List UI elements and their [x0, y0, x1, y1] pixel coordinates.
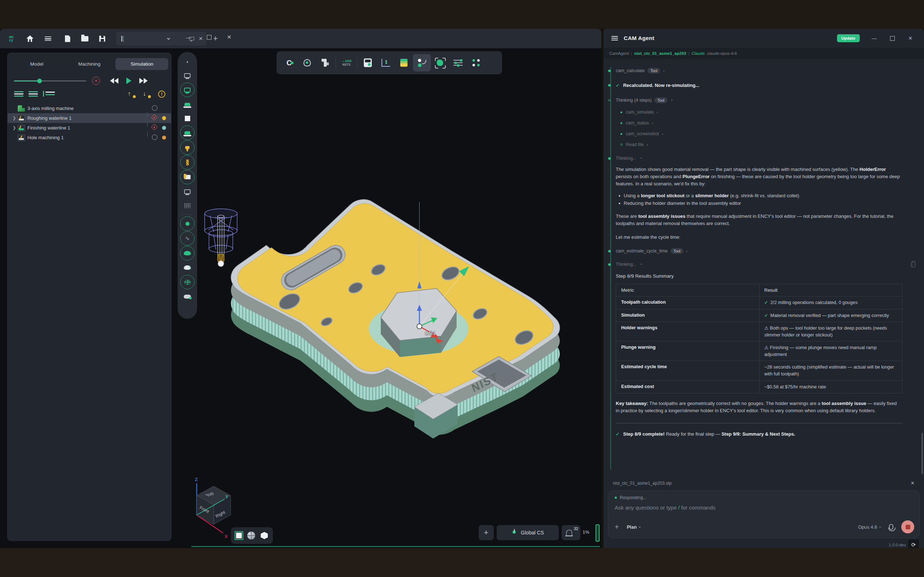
orbit-view-button[interactable]: [247, 532, 255, 540]
home-button[interactable]: [24, 32, 36, 45]
expand-chevron[interactable]: [13, 116, 18, 121]
model-selector[interactable]: Opus 4.6: [858, 524, 882, 530]
cs-selector[interactable]: Global CS: [497, 525, 559, 540]
menu-button[interactable]: [42, 32, 54, 45]
cutting-tool[interactable]: [205, 209, 237, 266]
tab-model[interactable]: Model: [10, 58, 63, 70]
iso-view-button[interactable]: [261, 532, 268, 539]
warnings-button[interactable]: !: [158, 90, 165, 98]
chat-input[interactable]: Ask any questions or type / for commands: [615, 504, 913, 511]
new-file-button[interactable]: [61, 32, 74, 45]
substep-cam-simulate[interactable]: cam_simulate: [626, 110, 902, 115]
open-file-button[interactable]: [79, 32, 91, 45]
tool-event-estimate[interactable]: cam_estimate_cycle_time Tool: [616, 248, 902, 254]
step-up-button[interactable]: ↑: [128, 90, 135, 98]
substep-read-file[interactable]: Read file: [626, 142, 902, 147]
thinking-toggle-2[interactable]: Thinking...: [616, 262, 902, 267]
show-stock-button[interactable]: [180, 97, 195, 111]
substep-cam-screenshot[interactable]: cam_screenshot: [626, 131, 902, 136]
measure-button[interactable]: [316, 54, 334, 71]
show-toolpath-button[interactable]: [180, 231, 195, 246]
maximize-button[interactable]: [204, 32, 214, 42]
tool-event-cam-calculate[interactable]: cam_calculate Tool: [616, 68, 902, 74]
chat-composer[interactable]: Responding... Ask any questions or type …: [608, 490, 920, 538]
toolpath-list-icon-1[interactable]: [14, 91, 23, 97]
update-button[interactable]: Update: [837, 34, 860, 42]
refresh-icon[interactable]: [908, 540, 919, 548]
mode-selector[interactable]: Plan: [627, 524, 641, 530]
show-surface2-button[interactable]: [180, 261, 195, 274]
chat-scrollbar[interactable]: [921, 433, 923, 474]
attachment-remove-icon[interactable]: [911, 480, 914, 486]
show-mesh-button[interactable]: [180, 199, 195, 213]
show-stock-active-button[interactable]: [180, 126, 195, 140]
simulation-mode-button[interactable]: [413, 54, 431, 71]
substep-cam-status[interactable]: cam_status: [626, 121, 902, 126]
state-ring[interactable]: [152, 134, 158, 141]
stop-simulation-button[interactable]: [92, 77, 100, 85]
tab-machining[interactable]: Machining: [63, 58, 116, 70]
probe-button[interactable]: [298, 54, 316, 71]
show-fixture-button[interactable]: [180, 170, 195, 184]
tree-row-hole[interactable]: Hole machining 1: [8, 133, 171, 142]
show-tool-button[interactable]: [180, 155, 195, 169]
toolpath-list-icon-3[interactable]: [43, 91, 52, 97]
agent-minimize-button[interactable]: [870, 35, 879, 41]
fit-view-button[interactable]: [236, 533, 242, 538]
show-shaded-button[interactable]: [180, 290, 195, 303]
notifications-button[interactable]: 32: [562, 525, 580, 540]
state-ring[interactable]: [152, 105, 158, 112]
show-machine-active-button[interactable]: [180, 82, 195, 97]
calculator-button[interactable]: [359, 54, 377, 71]
thinking-steps-toggle[interactable]: Thinking (4 steps) Tool: [616, 97, 902, 103]
tab-simulation[interactable]: Simulation: [115, 58, 168, 70]
show-wireframe-button[interactable]: [180, 275, 195, 289]
show-surface-button[interactable]: [180, 246, 195, 260]
play-button[interactable]: [126, 77, 131, 84]
tree-row-finishing[interactable]: Finishing waterline 1: [8, 123, 171, 133]
view-cube[interactable]: Z X Y Top Front Right: [195, 477, 231, 539]
window-dropdown-button[interactable]: [164, 32, 173, 42]
state-target[interactable]: [152, 115, 158, 121]
machined-part[interactable]: NIST: [231, 200, 560, 438]
copy-icon[interactable]: [911, 262, 915, 267]
show-points-button[interactable]: [180, 216, 195, 231]
agent-maximize-button[interactable]: [888, 36, 897, 41]
fast-forward-button[interactable]: [139, 78, 148, 84]
step-down-button[interactable]: ↓: [143, 90, 150, 98]
more-tools-button[interactable]: [467, 54, 485, 71]
simulation-progress-slider[interactable]: [14, 81, 86, 82]
minimize-button[interactable]: [184, 32, 194, 42]
stop-generation-button[interactable]: [901, 521, 914, 533]
tree-label: 3-axis milling machine: [27, 106, 74, 111]
scroll-up-button[interactable]: [180, 55, 195, 68]
add-cs-button[interactable]: [478, 525, 494, 540]
toolpath-list-icon-2[interactable]: [29, 91, 38, 97]
state-target[interactable]: [152, 125, 158, 131]
mic-button[interactable]: [889, 524, 893, 530]
show-part-button[interactable]: [180, 111, 195, 125]
rewind-button[interactable]: [110, 78, 118, 84]
app-logo[interactable]: ency: [5, 32, 17, 45]
agent-close-button[interactable]: [906, 35, 914, 41]
analysis-button[interactable]: [377, 54, 395, 71]
agent-menu-icon[interactable]: [611, 36, 618, 40]
expand-chevron[interactable]: [13, 126, 18, 130]
stock-layers-button[interactable]: [395, 54, 413, 71]
attach-button[interactable]: +: [615, 523, 619, 531]
display-settings-button[interactable]: [449, 54, 467, 71]
show-machine2-button[interactable]: [180, 185, 195, 198]
stock-button[interactable]: C: [280, 54, 298, 71]
view-scale-slider[interactable]: [596, 524, 599, 542]
collision-check-button[interactable]: [431, 54, 449, 71]
agent-chat[interactable]: cam_calculate Tool Recalculated. Now re-…: [604, 59, 924, 477]
viewport-3d[interactable]: NIST G54: [181, 50, 601, 548]
show-holder-button[interactable]: [180, 140, 195, 155]
save-button[interactable]: [96, 32, 108, 45]
tree-row-machine[interactable]: 3-axis milling machine: [8, 103, 171, 113]
close-button[interactable]: [225, 32, 234, 42]
tree-row-roughing[interactable]: Roughing waterline 1: [8, 113, 171, 123]
thinking-toggle-1[interactable]: Thinking...: [616, 156, 902, 161]
show-machine-button[interactable]: [180, 69, 195, 82]
gcode-button[interactable]: →1G0 N2T2: [338, 54, 355, 71]
